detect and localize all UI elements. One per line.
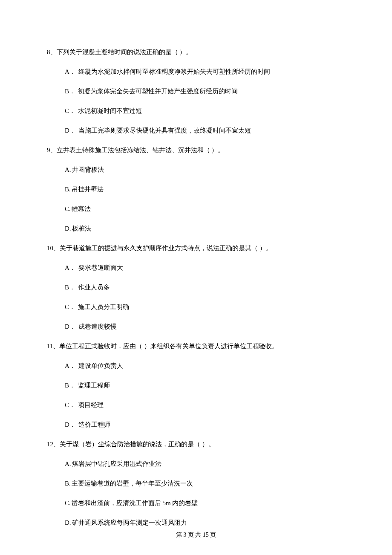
option-label: D．: [65, 323, 76, 330]
question-number: 8、: [47, 49, 57, 55]
option-text: 造价工程师: [78, 421, 110, 428]
option-text: 矿井通风系统应每两年测定一次通风阻力: [72, 519, 187, 526]
option-label: A．: [65, 362, 76, 369]
option-label: A.: [65, 460, 71, 467]
option: D． 成巷速度较慢: [65, 321, 345, 332]
option: D． 当施工完毕则要求尽快硬化并具有强度，故终凝时间不宜太短: [65, 125, 345, 136]
option: C.凿岩和出渣前，应清洗工作面后 5m 内的岩壁: [65, 498, 345, 508]
option-text: 施工人员分工明确: [78, 304, 129, 310]
option: A． 要求巷道断面大: [65, 263, 345, 273]
option-label: A.: [65, 166, 71, 173]
option-text: 监理工程师: [78, 382, 110, 389]
option-label: D.: [65, 519, 71, 526]
option-text: 煤岩层中钻孔应采用湿式作业法: [72, 460, 161, 467]
option-text: 成巷速度较慢: [78, 323, 117, 330]
option-label: C.: [65, 500, 71, 506]
question-number: 11、: [47, 343, 59, 350]
question-text: 单位工程正式验收时，应由（ ）来组织各有关单位负责人进行单位工程验收。: [59, 343, 278, 350]
option: B． 作业人员多: [65, 282, 345, 292]
option-label: C．: [65, 402, 75, 408]
option: A． 终凝为水泥加水拌何时至标准稠度净浆开始失去可塑性所经历的时间: [65, 66, 345, 77]
option-label: B．: [65, 284, 75, 291]
option-text: 初凝为浆体完全失去可塑性并开始产生强度所经历的时间: [78, 88, 238, 95]
option: B． 监理工程师: [65, 380, 345, 390]
question-stem: 12、关于煤（岩）尘综合防治措施的说法，正确的是（ ）。: [47, 439, 345, 449]
question-text: 关于煤（岩）尘综合防治措施的说法，正确的是（ ）。: [60, 441, 215, 448]
option: C． 水泥初凝时间不宜过短: [65, 106, 345, 116]
question-text: 立井表土特殊施工法包括冻结法、钻井法、沉井法和（ ）。: [57, 147, 225, 153]
question-number: 9、: [47, 147, 57, 153]
question-stem: 9、立井表土特殊施工法包括冻结法、钻井法、沉井法和（ ）。: [47, 145, 345, 155]
option-label: A．: [65, 264, 76, 271]
option-label: A．: [65, 68, 76, 75]
option-text: 帷幕法: [72, 205, 91, 212]
option: C． 项目经理: [65, 400, 345, 410]
option: B.主要运输巷道的岩壁，每半年至少清洗一次: [65, 478, 345, 489]
option-text: 水泥初凝时间不宜过短: [78, 107, 142, 114]
option-text: 作业人员多: [78, 284, 110, 291]
question-stem: 10、关于巷道施工的掘进与永久支护顺序作业方式特点，说法正确的是其（ ）。: [47, 243, 345, 253]
question-text: 下列关于混凝土凝结时间的说法正确的是（ ）。: [57, 49, 193, 55]
option: A.煤岩层中钻孔应采用湿式作业法: [65, 459, 345, 469]
option-label: D.: [65, 225, 71, 232]
question-text: 关于巷道施工的掘进与永久支护顺序作业方式特点，说法正确的是其（ ）。: [60, 245, 272, 251]
option-label: C.: [65, 205, 71, 212]
option-label: B.: [65, 480, 71, 487]
option: B.吊挂井壁法: [65, 184, 345, 194]
option-text: 凿岩和出渣前，应清洗工作面后 5m 内的岩壁: [72, 500, 198, 506]
document-page: 8、下列关于混凝土凝结时间的说法正确的是（ ）。 A． 终凝为水泥加水拌何时至标…: [0, 0, 392, 555]
option-label: C．: [65, 107, 75, 114]
option-text: 井圈背板法: [72, 166, 104, 173]
option-label: B．: [65, 88, 75, 95]
option-label: B.: [65, 186, 71, 193]
option-label: D．: [65, 127, 76, 134]
question-stem: 8、下列关于混凝土凝结时间的说法正确的是（ ）。: [47, 47, 345, 57]
page-footer: 第 3 页 共 15 页: [0, 531, 392, 539]
option-text: 项目经理: [78, 402, 104, 408]
option: C． 施工人员分工明确: [65, 302, 345, 312]
option: C.帷幕法: [65, 204, 345, 214]
option-text: 主要运输巷道的岩壁，每半年至少清洗一次: [72, 480, 193, 487]
option: D.矿井通风系统应每两年测定一次通风阻力: [65, 517, 345, 528]
option: A.井圈背板法: [65, 165, 345, 175]
option: B． 初凝为浆体完全失去可塑性并开始产生强度所经历的时间: [65, 86, 345, 96]
question-number: 10、: [47, 245, 60, 251]
option-label: B．: [65, 382, 75, 389]
option-text: 当施工完毕则要求尽快硬化并具有强度，故终凝时间不宜太短: [78, 127, 251, 134]
option-label: C．: [65, 304, 75, 310]
option: D． 造价工程师: [65, 419, 345, 430]
option: D.板桩法: [65, 223, 345, 234]
option-text: 要求巷道断面大: [78, 264, 123, 271]
option-text: 板桩法: [72, 225, 91, 232]
option-text: 建设单位负责人: [78, 362, 123, 369]
question-stem: 11、单位工程正式验收时，应由（ ）来组织各有关单位负责人进行单位工程验收。: [47, 341, 345, 351]
option-text: 吊挂井壁法: [72, 186, 104, 193]
option-label: D．: [65, 421, 76, 428]
question-number: 12、: [47, 441, 60, 448]
option: A． 建设单位负责人: [65, 361, 345, 371]
option-text: 终凝为水泥加水拌何时至标准稠度净浆开始失去可塑性所经历的时间: [78, 68, 270, 75]
